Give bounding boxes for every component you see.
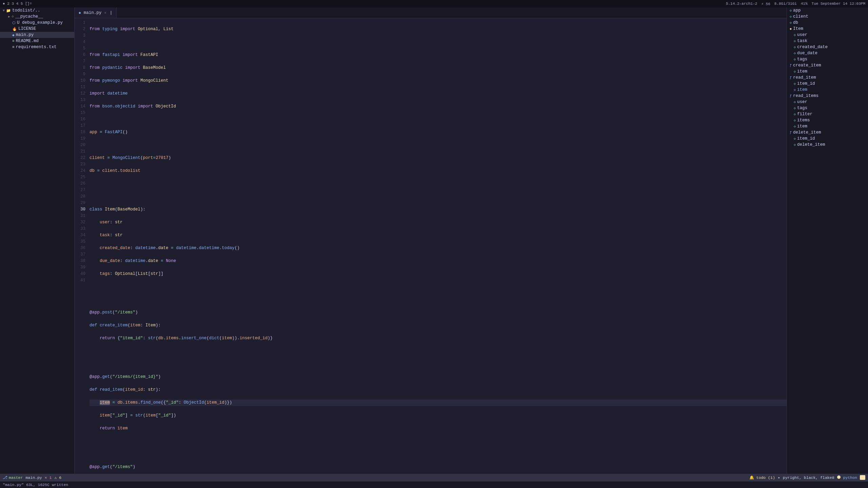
outline-tags[interactable]: ◇ tags bbox=[791, 56, 868, 62]
outline-field-user-icon: ◇ bbox=[794, 33, 796, 37]
outline-db[interactable]: ◇ db bbox=[787, 20, 868, 26]
outline-delete-item-ret[interactable]: ◇ delete_item bbox=[791, 142, 868, 148]
code-line-6: import datetime bbox=[90, 90, 787, 97]
outline-field-task-icon: ◇ bbox=[794, 39, 796, 43]
status-errors: ✕ 1 bbox=[45, 475, 52, 480]
sidebar: ▼ 📁 todolist/.. ▶ ○ __pycache__ ⬡ U debu… bbox=[0, 7, 75, 474]
debug-file-icon: ⬡ bbox=[12, 21, 16, 25]
outline-field-icon-client: ◇ bbox=[790, 15, 792, 19]
outline-due-date[interactable]: ◇ due_date bbox=[791, 50, 868, 56]
sidebar-root[interactable]: ▼ 📁 todolist/.. bbox=[0, 7, 74, 14]
code-line-27 bbox=[90, 361, 787, 367]
folder-icon: 📁 bbox=[6, 8, 11, 13]
code-content[interactable]: from typing import Optional, List from f… bbox=[90, 20, 787, 472]
code-line-25: return {"item_id": str(db.items.insert_o… bbox=[90, 335, 787, 342]
tab-main-py[interactable]: ◆ main.py ✕ | bbox=[75, 7, 117, 18]
outline-fn-readitems-icon: ƒ bbox=[790, 94, 792, 98]
editor-area: ◆ main.py ✕ | 12345 678910 1112131415 16… bbox=[75, 7, 787, 474]
outline-delete-item-id[interactable]: ◇ item_id bbox=[791, 136, 868, 142]
code-line-26 bbox=[90, 348, 787, 354]
sidebar-label-debug: U debug_example.py bbox=[17, 20, 63, 25]
status-branch: master bbox=[9, 475, 23, 480]
tab-bar: ◆ main.py ✕ | bbox=[75, 7, 787, 18]
status-bar: ⎇ master main.py ✕ 1 ⚠ 6 🔔 todo (1) ✦ py… bbox=[0, 474, 868, 481]
topbar: ● 2 3 4 5 []= 5.14.2-arch1-2 ⚡ 56 8.8Gi/… bbox=[0, 0, 868, 7]
code-line-23: @app.post("/items") bbox=[90, 309, 787, 316]
outline-read-item-fn[interactable]: ƒ read_item bbox=[787, 75, 868, 81]
outline-label-task: task bbox=[797, 39, 807, 43]
outline-app[interactable]: ◇ app bbox=[787, 7, 868, 14]
outline-read-items-user[interactable]: ◇ user bbox=[791, 99, 868, 105]
code-line-10 bbox=[90, 142, 787, 148]
outline-item-id[interactable]: ◇ item_id bbox=[791, 81, 868, 87]
outline-label-item-id: item_id bbox=[797, 81, 815, 86]
outline-delete-item-fn[interactable]: ƒ delete_item bbox=[787, 129, 868, 136]
sidebar-item-readme[interactable]: ≡ README.md bbox=[0, 38, 74, 44]
code-line-9: app = FastAPI() bbox=[90, 129, 787, 136]
outline-client[interactable]: ◇ client bbox=[787, 14, 868, 20]
code-line-22 bbox=[90, 297, 787, 303]
outline-field-del-id-icon: ◇ bbox=[794, 137, 796, 141]
outline-field-ri-items-icon: ◇ bbox=[794, 118, 796, 122]
code-line-16: user: str bbox=[90, 219, 787, 226]
outline-label-ri-filter: filter bbox=[797, 112, 812, 117]
outline-label-created-date: created_date bbox=[797, 45, 828, 49]
topbar-right: 5.14.2-arch1-2 ⚡ 56 8.8Gi/31Gi 41% Tue S… bbox=[726, 2, 865, 6]
status-dot-indicator bbox=[837, 475, 841, 480]
outline-item-active[interactable]: ◇ item bbox=[791, 87, 868, 93]
outline-read-items-tags[interactable]: ◇ tags bbox=[791, 105, 868, 111]
status-bar-right: 🔔 todo (1) ✦ pyright, black, flake8 pyth… bbox=[749, 475, 865, 480]
code-line-24: def create_item(item: Item): bbox=[90, 322, 787, 329]
sidebar-label-license: LICENSE bbox=[18, 26, 36, 31]
outline-field-tags-icon: ◇ bbox=[794, 57, 796, 61]
sidebar-item-requirements[interactable]: ≡ requirements.txt bbox=[0, 44, 74, 50]
outline-read-items-item[interactable]: ◇ item bbox=[791, 123, 868, 129]
sidebar-label-readme: README.md bbox=[16, 39, 39, 43]
code-line-13 bbox=[90, 181, 787, 187]
sidebar-arrow: ▼ bbox=[3, 9, 5, 13]
outline-label-ri-items: items bbox=[797, 118, 810, 123]
code-editor[interactable]: 12345 678910 1112131415 1617181920 21222… bbox=[75, 18, 787, 474]
outline-read-items-items[interactable]: ◇ items bbox=[791, 117, 868, 123]
outline-field-ri-item-icon: ◇ bbox=[794, 124, 796, 128]
outline-task[interactable]: ◇ task bbox=[791, 38, 868, 44]
code-line-2 bbox=[90, 39, 787, 45]
outline-active-icon: ◇ bbox=[794, 88, 796, 92]
outline-Item-class[interactable]: ◆ Item bbox=[787, 26, 868, 32]
tab-close-button[interactable]: ✕ bbox=[104, 11, 106, 15]
code-line-7: from bson.objectid import ObjectId bbox=[90, 103, 787, 110]
sidebar-item-debug[interactable]: ⬡ U debug_example.py bbox=[0, 20, 74, 26]
status-color-indicator bbox=[860, 475, 865, 480]
outline-field-icon: ◇ bbox=[790, 8, 792, 13]
outline-field-created-icon: ◇ bbox=[794, 45, 796, 49]
outline-panel: ◇ app ◇ client ◇ db ◆ Item ◇ user ◇ task… bbox=[787, 7, 868, 474]
outline-label-db: db bbox=[793, 20, 798, 25]
outline-cls-icon: ◆ bbox=[790, 27, 792, 31]
code-line-12: db = client.todolist bbox=[90, 168, 787, 174]
outline-field-ri-user-icon: ◇ bbox=[794, 100, 796, 104]
outline-label-item-active: item bbox=[797, 87, 807, 92]
outline-read-items-fn[interactable]: ƒ read_items bbox=[787, 93, 868, 99]
outline-create-item-param[interactable]: ◇ item bbox=[791, 68, 868, 75]
code-line-3: from fastapi import FastAPI bbox=[90, 52, 787, 58]
sidebar-item-pycache[interactable]: ▶ ○ __pycache__ bbox=[0, 14, 74, 20]
outline-read-items-filter[interactable]: ◇ filter bbox=[791, 111, 868, 117]
code-line-29: def read_item(item_id: str): bbox=[90, 387, 787, 393]
outline-label-user: user bbox=[797, 33, 807, 37]
code-line-21 bbox=[90, 284, 787, 290]
outline-fn-read-icon: ƒ bbox=[790, 76, 792, 80]
main-file-icon: ◆ bbox=[12, 33, 15, 37]
code-line-14 bbox=[90, 194, 787, 200]
sidebar-item-license[interactable]: 🔥 LICENSE bbox=[0, 26, 74, 32]
code-line-30: item = db.items.find_one({"_id": ObjectI… bbox=[90, 400, 787, 406]
mem-info: 8.8Gi/31Gi bbox=[774, 2, 797, 6]
outline-label-app: app bbox=[793, 8, 801, 13]
kernel-version: 5.14.2-arch1-2 bbox=[726, 2, 757, 6]
sidebar-item-main[interactable]: ◆ main.py bbox=[0, 32, 74, 38]
outline-create-item-fn[interactable]: ƒ create_item bbox=[787, 62, 868, 68]
outline-user[interactable]: ◇ user bbox=[791, 32, 868, 38]
status-language: python bbox=[843, 475, 857, 480]
outline-label-tags: tags bbox=[797, 57, 807, 62]
status-git[interactable]: ⎇ master bbox=[3, 475, 23, 480]
outline-created-date[interactable]: ◇ created_date bbox=[791, 44, 868, 50]
